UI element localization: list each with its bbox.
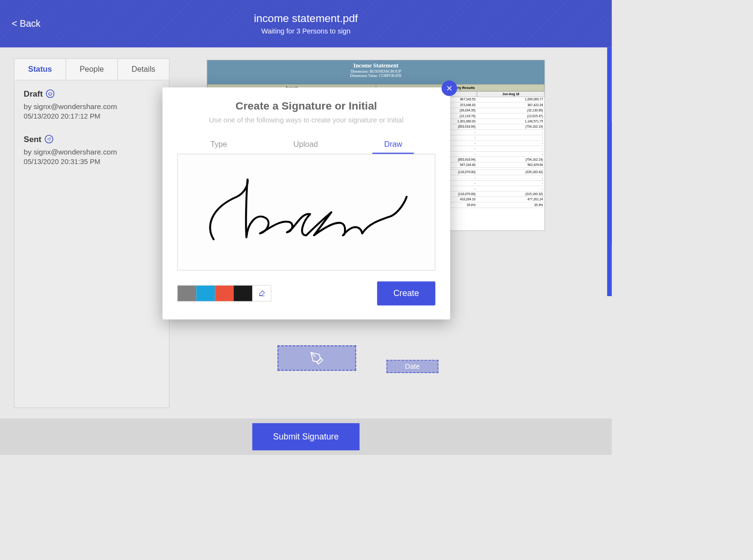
color-black[interactable]	[233, 285, 252, 301]
eraser-button[interactable]	[252, 285, 271, 301]
color-red[interactable]	[215, 285, 233, 301]
signature-canvas[interactable]	[177, 154, 436, 271]
signature-field[interactable]	[277, 345, 356, 371]
modal-tab-draw[interactable]: Draw	[373, 136, 414, 154]
status-list: Draft by signx@wondershare.com 05/13/202…	[14, 80, 169, 408]
sidebar: Status People Details Draft by signx@won…	[0, 47, 184, 418]
date-field[interactable]: Date	[387, 360, 439, 373]
pen-nib-icon	[310, 351, 324, 365]
tab-status[interactable]: Status	[14, 59, 66, 80]
close-icon	[446, 85, 453, 92]
tab-details[interactable]: Details	[118, 59, 169, 80]
status-date: 05/13/2020 20:17:12 PM	[24, 112, 160, 121]
status-by: by signx@wondershare.com	[24, 148, 160, 156]
modal-subtitle: Use one of the following ways to create …	[177, 116, 436, 124]
power-icon	[46, 89, 55, 98]
document-subtitle: Waiting for 3 Persons to sign	[254, 27, 358, 35]
submit-signature-button[interactable]: Submit Signature	[252, 423, 360, 450]
eraser-icon	[258, 289, 266, 297]
col-header: Jun-Aug 18	[477, 91, 544, 97]
header-title-block: income statement.pdf Waiting for 3 Perso…	[254, 12, 358, 35]
status-item-sent: Sent by signx@wondershare.com 05/13/2020…	[24, 134, 160, 166]
status-label: Draft	[24, 89, 43, 99]
status-by: by signx@wondershare.com	[24, 102, 160, 111]
doc-dim1: Dimension: BUSINESSGROUP	[207, 69, 544, 74]
back-button[interactable]: < Back	[11, 18, 40, 29]
document-title: income statement.pdf	[254, 12, 358, 25]
sidebar-tabs: Status People Details	[14, 58, 169, 80]
color-swatches	[177, 285, 272, 301]
status-date: 05/13/2020 20:31:35 PM	[24, 158, 160, 166]
color-blue[interactable]	[196, 285, 215, 301]
modal-tab-upload[interactable]: Upload	[282, 136, 330, 154]
color-gray[interactable]	[177, 285, 196, 301]
footer: Submit Signature	[0, 418, 612, 455]
create-button[interactable]: Create	[377, 281, 435, 305]
doc-heading: Income Statement	[207, 63, 544, 69]
tab-people[interactable]: People	[66, 59, 118, 80]
drawn-signature	[190, 166, 422, 259]
send-icon	[44, 135, 53, 143]
close-button[interactable]	[442, 80, 457, 96]
status-item-draft: Draft by signx@wondershare.com 05/13/202…	[24, 89, 160, 121]
status-label: Sent	[24, 134, 42, 144]
modal-title: Create a Signature or Initial	[177, 100, 436, 112]
modal-tab-type[interactable]: Type	[199, 136, 239, 154]
modal-tabs: Type Upload Draw	[177, 136, 436, 154]
app-header: < Back income statement.pdf Waiting for …	[0, 0, 612, 47]
doc-dim2: Dimension Value: CORPORATE	[207, 74, 544, 78]
create-signature-modal: Create a Signature or Initial Use one of…	[163, 88, 450, 319]
scrollbar[interactable]	[607, 47, 612, 296]
